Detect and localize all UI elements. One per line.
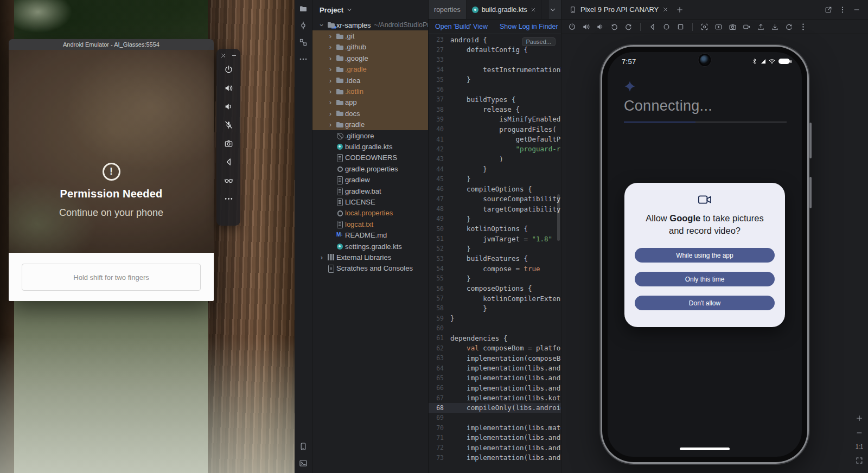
tree-item-settings-gradle-kts[interactable]: settings.gradle.kts xyxy=(312,241,428,252)
more-icon[interactable] xyxy=(224,194,233,203)
code-line-43[interactable]: 43 ) xyxy=(429,154,561,164)
code-line-41[interactable]: 41 getDefaultPr xyxy=(429,134,561,144)
tree-item--gitignore[interactable]: .gitignore xyxy=(312,130,428,141)
code-line-48[interactable]: 48 targetCompatibility xyxy=(429,204,561,214)
power-icon[interactable] xyxy=(568,23,576,31)
project-panel-header[interactable]: Project xyxy=(312,0,428,20)
code-line-35[interactable]: 35 } xyxy=(429,74,561,84)
terminal-icon[interactable] xyxy=(299,459,308,468)
code-line-45[interactable]: 45 } xyxy=(429,174,561,184)
code-line-63[interactable]: 63 implementation(composeBo xyxy=(429,353,561,363)
tree-item-gradlew-bat[interactable]: gradlew.bat xyxy=(312,186,428,196)
screenshot-icon[interactable] xyxy=(700,23,709,31)
tree-item--git[interactable]: ›.git xyxy=(312,30,428,41)
tree-item--github[interactable]: ›.github xyxy=(312,42,428,53)
tree-item-license[interactable]: LICENSE xyxy=(312,196,428,207)
code-line-59[interactable]: 59} xyxy=(429,314,561,323)
code-line-55[interactable]: 55 } xyxy=(429,273,561,283)
open-build-view-link[interactable]: Open 'Build' View xyxy=(435,23,488,30)
code-line-54[interactable]: 54 compose = true xyxy=(429,264,561,273)
power-icon[interactable] xyxy=(224,65,233,74)
emulator-screen[interactable]: ! Permission Needed Continue on your pho… xyxy=(9,50,214,253)
volume-down-icon[interactable] xyxy=(596,23,604,31)
structure-icon[interactable] xyxy=(299,38,308,47)
close-icon[interactable] xyxy=(662,7,668,12)
home-indicator[interactable] xyxy=(680,448,730,450)
new-device-tab-icon[interactable] xyxy=(676,6,684,14)
only-this-time-button[interactable]: Only this time xyxy=(635,272,775,286)
code-line-73[interactable]: 73 implementation(libs.andr xyxy=(429,452,561,462)
minimize-icon[interactable] xyxy=(231,53,237,59)
tree-item-external-libraries[interactable]: ›External Libraries xyxy=(312,252,428,263)
code-line-51[interactable]: 51 jvmTarget = "1.8" xyxy=(429,234,561,244)
rotate-left-icon[interactable] xyxy=(610,23,618,31)
code-line-37[interactable]: 37 buildTypes { xyxy=(429,94,561,104)
chevron-right-icon[interactable]: › xyxy=(327,54,334,62)
tree-item-app[interactable]: ›app xyxy=(312,97,428,108)
tree-item-logcat-txt[interactable]: logcat.txt xyxy=(312,219,428,229)
tree-item--kotlin[interactable]: ›.kotlin xyxy=(312,86,428,97)
volume-down-icon[interactable] xyxy=(224,102,233,111)
tree-item-xr-samples[interactable]: ›xr-samples~/AndroidStudioProj xyxy=(312,20,428,30)
close-icon[interactable] xyxy=(531,7,536,12)
code-line-38[interactable]: 38 release { xyxy=(429,104,561,114)
tree-item-docs[interactable]: ›docs xyxy=(312,108,428,119)
code-line-60[interactable]: 60 xyxy=(429,323,561,333)
minimize-icon[interactable] xyxy=(853,6,860,14)
zoom-reset[interactable]: 1:1 xyxy=(856,444,863,450)
back-icon[interactable] xyxy=(648,23,656,31)
editor-scrollbar[interactable] xyxy=(557,194,560,241)
chevron-right-icon[interactable]: › xyxy=(327,43,334,51)
code-line-53[interactable]: 53 buildFeatures { xyxy=(429,254,561,264)
home-icon[interactable] xyxy=(662,23,671,31)
code-line-39[interactable]: 39 isMinifyEnabled xyxy=(429,114,561,124)
code-line-67[interactable]: 67 implementation(libs.kotl xyxy=(429,393,561,402)
record-screen-icon[interactable] xyxy=(714,23,723,31)
tabs-dropdown-icon[interactable] xyxy=(549,6,557,14)
tab-gradle-properties[interactable]: roperties xyxy=(429,0,467,19)
code-line-44[interactable]: 44 } xyxy=(429,164,561,174)
volume-up-icon[interactable] xyxy=(224,84,233,93)
code-line-34[interactable]: 34 testInstrumentationR xyxy=(429,65,561,74)
tree-item-scratches-and-consoles[interactable]: Scratches and Consoles xyxy=(312,263,428,274)
code-line-61[interactable]: 61dependencies { xyxy=(429,333,561,343)
close-icon[interactable] xyxy=(220,53,226,59)
show-log-in-finder-link[interactable]: Show Log in Finder xyxy=(500,23,558,30)
code-line-58[interactable]: 58 } xyxy=(429,303,561,313)
camera-icon[interactable] xyxy=(224,139,233,148)
zoom-fit-icon[interactable] xyxy=(856,457,863,464)
camera-icon[interactable] xyxy=(729,23,737,31)
emulator-title-bar[interactable]: Android Emulator - AI_Glasses:5554 xyxy=(9,39,214,50)
code-line-27[interactable]: 27 defaultConfig { xyxy=(429,44,561,54)
download-icon[interactable] xyxy=(771,23,779,31)
code-line-33[interactable]: 33 xyxy=(429,55,561,65)
chevron-right-icon[interactable]: › xyxy=(327,87,334,95)
code-line-69[interactable]: 69 xyxy=(429,413,561,423)
mic-off-icon[interactable] xyxy=(224,120,233,130)
more-icon[interactable] xyxy=(299,55,308,63)
code-line-46[interactable]: 46 compileOptions { xyxy=(429,184,561,194)
tab-build-gradle-kts[interactable]: build.gradle.kts xyxy=(467,0,542,19)
commit-icon[interactable] xyxy=(299,21,308,30)
device-manager-icon[interactable] xyxy=(299,442,308,451)
more-v-icon[interactable] xyxy=(799,23,807,31)
chevron-right-icon[interactable]: › xyxy=(327,120,334,129)
code-line-49[interactable]: 49 } xyxy=(429,214,561,223)
tree-item-gradle-properties[interactable]: gradle.properties xyxy=(312,163,428,174)
tree-item-local-properties[interactable]: local.properties xyxy=(312,208,428,219)
code-area[interactable]: 23android {27 defaultConfig {3334 testIn… xyxy=(429,35,561,473)
tree-item--google[interactable]: ›.google xyxy=(312,53,428,63)
volume-up-icon[interactable] xyxy=(582,23,590,31)
open-new-icon[interactable] xyxy=(825,6,832,14)
chevron-right-icon[interactable]: › xyxy=(327,76,334,85)
chevron-right-icon[interactable]: › xyxy=(318,253,326,261)
more-v-icon[interactable] xyxy=(839,6,846,14)
code-line-47[interactable]: 47 sourceCompatibility xyxy=(429,194,561,204)
code-line-50[interactable]: 50 kotlinOptions { xyxy=(429,224,561,234)
rotate-right-icon[interactable] xyxy=(624,23,633,31)
chevron-down-icon[interactable]: › xyxy=(318,21,326,29)
tree-item-build-gradle-kts[interactable]: build.gradle.kts xyxy=(312,141,428,152)
restart-icon[interactable] xyxy=(785,23,793,31)
code-line-64[interactable]: 64 implementation(libs.andr xyxy=(429,363,561,373)
dont-allow-button[interactable]: Don't allow xyxy=(635,296,775,310)
